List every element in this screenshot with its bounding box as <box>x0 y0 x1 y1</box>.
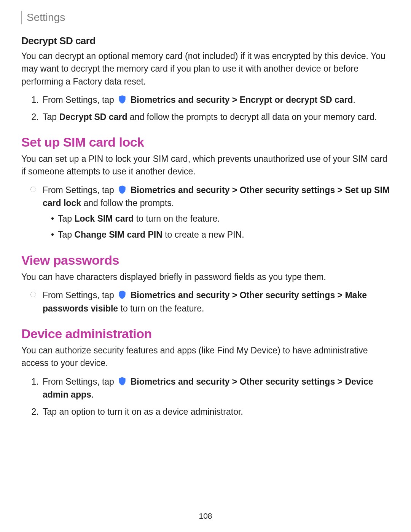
list-item: From Settings, tap Biometrics and securi… <box>41 375 390 401</box>
heading-view-passwords: View passwords <box>21 253 390 268</box>
text-period: . <box>353 95 355 105</box>
text-sim-tail: and follow the prompts. <box>81 198 174 208</box>
text-chevron: > <box>335 377 345 387</box>
paragraph-device-admin-intro: You can authorize security features and … <box>21 344 390 370</box>
shield-icon <box>117 185 127 195</box>
text-decrypt-tail: and follow the prompts to decrypt all da… <box>127 112 377 122</box>
text-tap: Tap <box>58 230 74 240</box>
list-item: Tap Decrypt SD card and follow the promp… <box>41 110 390 124</box>
text-step2: Tap an option to turn it on as a device … <box>43 407 243 417</box>
breadcrumb-title: Settings <box>27 11 65 24</box>
list-view-pw-steps: From Settings, tap Biometrics and securi… <box>21 289 390 315</box>
document-page: Settings Decrypt SD card You can decrypt… <box>0 0 411 532</box>
text-other-security: Other security settings <box>240 185 335 195</box>
text-tap: Tap <box>43 112 59 122</box>
text-change-sim-pin: Change SIM card PIN <box>74 230 162 240</box>
text-chevron: > <box>335 290 345 300</box>
shield-icon <box>117 94 127 104</box>
list-decrypt-steps: From Settings, tap Biometrics and securi… <box>21 93 390 123</box>
paragraph-decrypt-intro: You can decrypt an optional memory card … <box>21 50 390 88</box>
text-chevron: > <box>229 185 239 195</box>
list-item: Tap Change SIM card PIN to create a new … <box>58 228 390 241</box>
list-item: Tap an option to turn it on as a device … <box>41 405 390 419</box>
list-item: From Settings, tap Biometrics and securi… <box>41 93 390 107</box>
text-other-security: Other security settings <box>240 377 335 387</box>
text-biometrics: Biometrics and security <box>128 377 229 387</box>
text-tap: Tap <box>58 214 74 224</box>
text-chevron: > <box>335 185 345 195</box>
heading-sim-card-lock: Set up SIM card lock <box>21 135 390 150</box>
text-chevron: > <box>229 95 239 105</box>
text-tail: to create a new PIN. <box>162 230 244 240</box>
heading-decrypt-sd-card: Decrypt SD card <box>21 35 390 47</box>
text-tail: . <box>91 390 94 399</box>
text-from-settings: From Settings, tap <box>43 290 114 300</box>
heading-device-administration: Device administration <box>21 326 390 341</box>
paragraph-sim-intro: You can set up a PIN to lock your SIM ca… <box>21 153 390 178</box>
text-tail: to turn on the feature. <box>118 304 204 313</box>
text-chevron: > <box>229 377 239 387</box>
text-other-security: Other security settings <box>240 290 335 300</box>
text-lock-sim-card: Lock SIM card <box>74 214 134 224</box>
text-tail: to turn on the feature. <box>134 214 220 224</box>
list-device-admin-steps: From Settings, tap Biometrics and securi… <box>21 375 390 419</box>
list-sim-subitems: Tap Lock SIM card to turn on the feature… <box>43 212 390 241</box>
text-biometrics: Biometrics and security <box>128 95 229 105</box>
list-item: Tap Lock SIM card to turn on the feature… <box>58 212 390 225</box>
text-biometrics: Biometrics and security <box>128 290 229 300</box>
list-item: From Settings, tap Biometrics and securi… <box>41 289 390 315</box>
text-from-settings: From Settings, tap <box>43 377 114 387</box>
list-item: From Settings, tap Biometrics and securi… <box>41 184 390 241</box>
text-biometrics: Biometrics and security <box>128 185 229 195</box>
text-from-settings: From Settings, tap <box>43 185 114 195</box>
page-number: 108 <box>0 511 411 521</box>
header-divider <box>21 11 22 24</box>
text-decrypt-sd-bold: Decrypt SD card <box>59 112 127 122</box>
paragraph-view-pw-intro: You can have characters displayed briefl… <box>21 271 390 283</box>
shield-icon <box>117 290 127 300</box>
text-chevron: > <box>229 290 239 300</box>
text-from-settings: From Settings, tap <box>43 95 114 105</box>
text-encrypt-decrypt-sd: Encrypt or decrypt SD card <box>240 95 353 105</box>
list-sim-steps: From Settings, tap Biometrics and securi… <box>21 184 390 241</box>
shield-icon <box>117 376 127 386</box>
page-header: Settings <box>21 11 390 24</box>
